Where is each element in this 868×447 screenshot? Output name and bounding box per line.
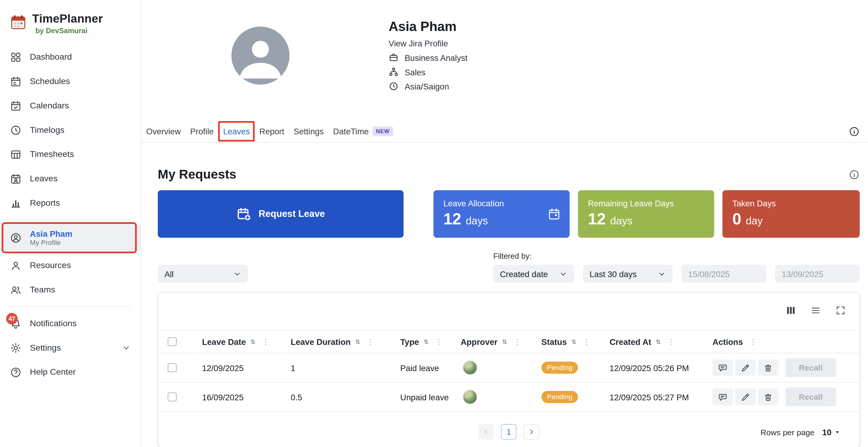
tab-overview[interactable]: Overview: [146, 127, 181, 136]
delete-button[interactable]: [758, 388, 778, 405]
column-menu-icon[interactable]: ⋮: [749, 338, 757, 346]
header-cell-leave-duration[interactable]: Leave Duration⇅⋮: [281, 330, 391, 353]
timesheets-icon: [10, 148, 22, 160]
sidebar-item-label: Settings: [30, 343, 61, 353]
sidebar-item-schedules[interactable]: Schedules: [0, 69, 141, 93]
briefcase-icon: [389, 53, 399, 62]
edit-button[interactable]: [735, 359, 756, 376]
tab-datetime[interactable]: DateTimeNEW: [333, 127, 393, 136]
sidebar-item-help-center[interactable]: Help Center: [0, 360, 141, 384]
recall-button[interactable]: Recall: [786, 388, 836, 406]
column-menu-icon[interactable]: ⋮: [262, 338, 269, 346]
sidebar-item-resources[interactable]: Resources: [0, 253, 141, 278]
header-cell-status[interactable]: Status⇅⋮: [532, 330, 600, 353]
request-leave-button[interactable]: Request Leave: [158, 190, 404, 238]
page-number-button[interactable]: 1: [501, 424, 516, 440]
comment-button[interactable]: [712, 388, 733, 405]
column-menu-icon[interactable]: ⋮: [435, 338, 442, 346]
date-range-filter-select[interactable]: Last 30 days: [583, 265, 673, 282]
tab-leaves[interactable]: Leaves: [223, 127, 250, 136]
created-at-cell: 12/09/2025 05:27 PM: [600, 382, 703, 412]
column-menu-icon[interactable]: ⋮: [668, 338, 675, 346]
sidebar-item-notifications[interactable]: 47 Notifications: [0, 311, 141, 336]
sidebar-item-timelogs[interactable]: Timelogs: [0, 118, 141, 142]
sidebar-item-my-profile[interactable]: Asia Pham My Profile: [0, 225, 141, 251]
approver-cell: [451, 382, 532, 412]
card-unit: days: [466, 215, 488, 227]
leave-allocation-card: Leave Allocation 12days: [433, 190, 570, 238]
actions-cell: Recall: [703, 353, 859, 382]
header-cell-approver[interactable]: Approver⇅⋮: [451, 330, 532, 353]
sidebar-item-label: Help Center: [30, 367, 76, 377]
select-all-checkbox[interactable]: [168, 337, 177, 346]
type-cell: Unpaid leave: [391, 382, 451, 412]
sidebar-item-reports[interactable]: Reports: [0, 191, 141, 215]
trash-icon: [763, 363, 773, 372]
gear-icon: [10, 342, 22, 354]
sidebar-divider: [10, 219, 131, 220]
column-label: Leave Date: [202, 337, 246, 346]
header-cell-leave-date[interactable]: Leave Date⇅⋮: [193, 330, 281, 353]
previous-page-button[interactable]: [478, 424, 494, 440]
sidebar-profile-name: Asia Pham: [30, 229, 72, 239]
comment-button[interactable]: [712, 359, 733, 376]
tab-report[interactable]: Report: [259, 127, 284, 136]
row-checkbox[interactable]: [168, 392, 177, 401]
table-footer: 1 Rows per page 10: [158, 412, 859, 447]
column-label: Type: [400, 337, 419, 346]
column-label: Leave Duration: [291, 337, 351, 346]
sidebar-item-label: Notifications: [30, 318, 76, 328]
sort-icon[interactable]: ⇅: [250, 338, 255, 345]
info-icon[interactable]: [849, 126, 860, 137]
date-field-filter-select[interactable]: Created date: [493, 265, 574, 282]
clock-icon: [389, 81, 399, 91]
leave-date-cell: 16/09/2025: [193, 382, 281, 412]
sidebar-item-leaves[interactable]: Leaves: [0, 166, 141, 191]
date-from-input[interactable]: 15/08/2025: [682, 265, 766, 282]
sidebar-item-settings[interactable]: Settings: [0, 336, 141, 360]
date-to-input[interactable]: 13/09/2025: [775, 265, 860, 282]
tab-profile[interactable]: Profile: [190, 127, 214, 136]
row-checkbox[interactable]: [168, 363, 177, 372]
recall-button[interactable]: Recall: [786, 358, 836, 377]
sidebar-item-label: Timesheets: [30, 149, 74, 159]
sidebar-item-calendars[interactable]: Calendars: [0, 93, 141, 118]
teams-icon: [10, 284, 22, 296]
card-unit: days: [610, 215, 632, 227]
column-menu-icon[interactable]: ⋮: [583, 338, 590, 346]
tab-settings[interactable]: Settings: [294, 127, 323, 136]
approver-avatar[interactable]: [463, 360, 477, 375]
fullscreen-icon[interactable]: [835, 305, 846, 316]
sidebar-item-timesheets[interactable]: Timesheets: [0, 142, 141, 167]
sort-icon[interactable]: ⇅: [502, 338, 507, 345]
view-jira-profile-link[interactable]: View Jira Profile: [389, 39, 467, 48]
info-icon[interactable]: [849, 169, 860, 180]
header-cell-type[interactable]: Type⇅⋮: [391, 330, 451, 353]
sidebar-item-teams[interactable]: Teams: [0, 277, 141, 302]
list-view-icon[interactable]: [810, 305, 821, 316]
edit-button[interactable]: [735, 388, 756, 405]
sidebar-item-dashboard[interactable]: Dashboard: [0, 45, 141, 69]
header-cell-actions: Actions⋮: [703, 330, 859, 353]
column-menu-icon[interactable]: ⋮: [367, 338, 374, 346]
chevron-down-icon: [233, 270, 242, 278]
status-badge: Pending: [541, 391, 578, 403]
rows-per-page-label: Rows per page: [761, 428, 815, 437]
profile-role: Business Analyst: [405, 53, 467, 62]
help-icon: [10, 366, 22, 378]
sort-icon[interactable]: ⇅: [355, 338, 360, 345]
leave-type-filter-select[interactable]: All: [158, 265, 248, 282]
sort-icon[interactable]: ⇅: [571, 338, 576, 345]
delete-button[interactable]: [758, 359, 778, 376]
column-menu-icon[interactable]: ⋮: [514, 338, 521, 346]
calendars-icon: [10, 100, 22, 111]
main-content: Asia Pham View Jira Profile Business Ana…: [141, 0, 868, 447]
next-page-button[interactable]: [524, 424, 539, 440]
header-cell-created-at[interactable]: Created At⇅⋮: [600, 330, 703, 353]
rows-per-page-select[interactable]: Rows per page 10: [761, 427, 841, 437]
sort-icon[interactable]: ⇅: [656, 338, 661, 345]
approver-avatar[interactable]: [463, 390, 477, 404]
sort-icon[interactable]: ⇅: [424, 338, 429, 345]
column-view-icon[interactable]: [786, 305, 796, 316]
sidebar: TimePlanner by DevSamurai Dashboard Sche…: [0, 0, 141, 447]
